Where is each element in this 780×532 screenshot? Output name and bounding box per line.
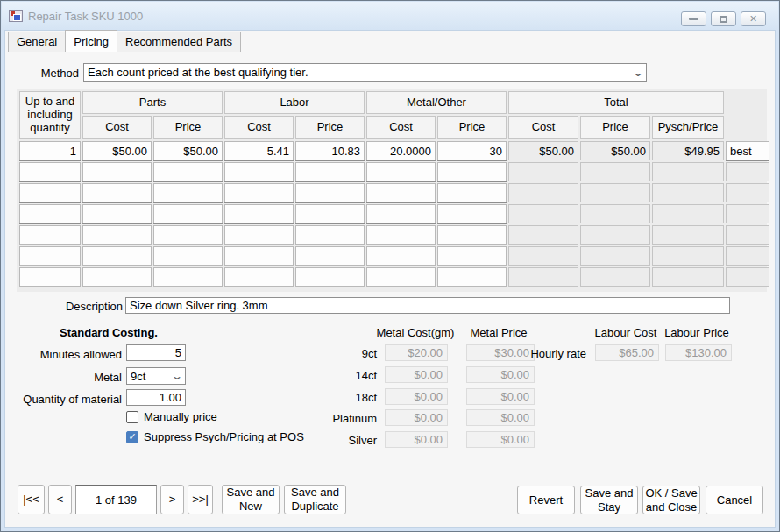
grid-cell[interactable] <box>366 225 436 245</box>
save-and-stay-button[interactable]: Save and Stay <box>580 486 638 514</box>
grid-cell[interactable] <box>366 246 436 266</box>
labour-price-value: $130.00 <box>685 346 727 359</box>
metal-combobox[interactable]: 9ct ⌄ <box>126 367 186 385</box>
record-position-value: 1 of 139 <box>96 493 137 507</box>
grid-cell[interactable] <box>366 267 436 287</box>
metal-18ct-price-field: $0.00 <box>466 388 535 405</box>
grid-cell[interactable] <box>295 225 365 245</box>
grid-cell[interactable] <box>295 183 365 202</box>
grid-cell[interactable]: 30 <box>437 141 507 160</box>
tab-general[interactable]: General <box>8 32 66 52</box>
nav-last-button[interactable]: >>| <box>188 485 213 514</box>
grid-cell[interactable]: 1 <box>19 141 81 160</box>
minimize-button[interactable] <box>681 11 706 26</box>
minutes-allowed-input[interactable]: 5 <box>126 344 186 361</box>
grid-cell[interactable] <box>437 267 507 287</box>
grid-cell[interactable] <box>82 267 152 287</box>
manually-price-label: Manually price <box>144 410 217 423</box>
grid-cell <box>580 267 650 287</box>
grid-cell <box>652 225 724 245</box>
grid-cell[interactable]: 10.83 <box>295 141 365 160</box>
grid-subheader: Price <box>437 116 507 139</box>
tab-recommended-parts[interactable]: Recommended Parts <box>117 32 241 52</box>
description-input[interactable]: Size down Silver ring. 3mm <box>125 297 730 314</box>
grid-cell[interactable] <box>19 204 81 223</box>
save-and-duplicate-button[interactable]: Save and Duplicate <box>284 485 346 514</box>
ok-save-and-close-button[interactable]: OK / Save and Close <box>642 486 700 514</box>
suppress-psych-checkbox[interactable]: ✓ <box>126 431 138 443</box>
grid-cell[interactable] <box>82 204 152 223</box>
metal-row-label-silver: Silver <box>265 434 377 447</box>
tab-pricing[interactable]: Pricing <box>65 30 117 52</box>
grid-cell[interactable] <box>726 183 769 202</box>
grid-subheader: Cost <box>366 116 436 139</box>
close-icon: ✕ <box>749 14 757 24</box>
grid-cell[interactable] <box>366 204 436 223</box>
grid-cell[interactable] <box>366 162 436 181</box>
quantity-of-material-input[interactable]: 1.00 <box>126 389 186 406</box>
grid-cell[interactable] <box>437 246 507 266</box>
grid-cell[interactable] <box>437 183 507 202</box>
grid-cell[interactable]: $50.00 <box>82 141 152 160</box>
grid-cell[interactable] <box>295 162 365 181</box>
grid-cell[interactable] <box>224 183 294 202</box>
close-button[interactable]: ✕ <box>741 11 766 26</box>
grid-cell[interactable] <box>224 225 294 245</box>
save-and-new-button[interactable]: Save and New <box>222 485 280 514</box>
grid-cell[interactable] <box>726 204 769 223</box>
grid-cell <box>508 225 578 245</box>
grid-subheader: Pysch/Price <box>652 116 724 139</box>
grid-cell[interactable] <box>437 204 507 223</box>
grid-cell[interactable] <box>726 162 769 181</box>
title-bar[interactable]: Repair Task SKU 1000 ✕ <box>2 2 778 30</box>
cancel-button[interactable]: Cancel <box>706 486 763 514</box>
grid-cell[interactable] <box>19 246 81 266</box>
grid-cell[interactable]: 20.0000 <box>366 141 436 160</box>
grid-cell[interactable] <box>224 204 294 223</box>
grid-cell[interactable] <box>153 162 223 181</box>
nav-prev-button[interactable]: < <box>48 485 72 514</box>
grid-cell <box>508 204 578 223</box>
grid-cell[interactable]: 5.41 <box>224 141 294 160</box>
grid-cell[interactable] <box>224 246 294 266</box>
grid-cell[interactable] <box>224 162 294 181</box>
manually-price-checkbox-row[interactable]: Manually price <box>126 410 217 423</box>
grid-cell[interactable] <box>153 225 223 245</box>
nav-first-button[interactable]: |<< <box>18 485 45 514</box>
grid-cell[interactable] <box>295 246 365 266</box>
grid-cell[interactable] <box>82 246 152 266</box>
revert-button[interactable]: Revert <box>517 486 575 514</box>
grid-cell[interactable] <box>82 225 152 245</box>
grid-cell[interactable]: best <box>726 141 769 160</box>
grid-cell[interactable] <box>726 246 769 266</box>
grid-cell: $50.00 <box>580 141 650 160</box>
grid-cell[interactable] <box>437 225 507 245</box>
grid-cell[interactable] <box>19 225 81 245</box>
method-combobox[interactable]: Each count priced at the best qualifying… <box>83 63 647 82</box>
maximize-button[interactable] <box>711 11 736 26</box>
grid-cell[interactable]: $50.00 <box>153 141 223 160</box>
grid-cell[interactable] <box>224 267 294 287</box>
grid-cell[interactable] <box>726 225 769 245</box>
grid-cell[interactable] <box>19 183 81 202</box>
nav-next-button[interactable]: > <box>160 485 184 514</box>
grid-cell[interactable] <box>366 183 436 202</box>
grid-cell: $49.95 <box>652 141 724 160</box>
record-position-box[interactable]: 1 of 139 <box>75 485 157 514</box>
grid-cell[interactable] <box>82 162 152 181</box>
grid-cell[interactable] <box>295 204 365 223</box>
quantity-of-material-label: Quantity of material <box>5 393 122 406</box>
grid-cell[interactable] <box>19 162 81 181</box>
grid-cell[interactable] <box>82 183 152 202</box>
grid-cell[interactable] <box>726 267 769 287</box>
grid-cell[interactable] <box>19 267 81 287</box>
grid-cell[interactable] <box>153 267 223 287</box>
manually-price-checkbox[interactable] <box>126 411 138 423</box>
grid-cell[interactable] <box>295 267 365 287</box>
grid-cell[interactable] <box>437 162 507 181</box>
grid-cell[interactable] <box>153 183 223 202</box>
metal-silver-cost-field: $0.00 <box>385 431 448 448</box>
grid-cell[interactable] <box>153 204 223 223</box>
minutes-allowed-label: Minutes allowed <box>5 348 122 361</box>
grid-cell[interactable] <box>153 246 223 266</box>
